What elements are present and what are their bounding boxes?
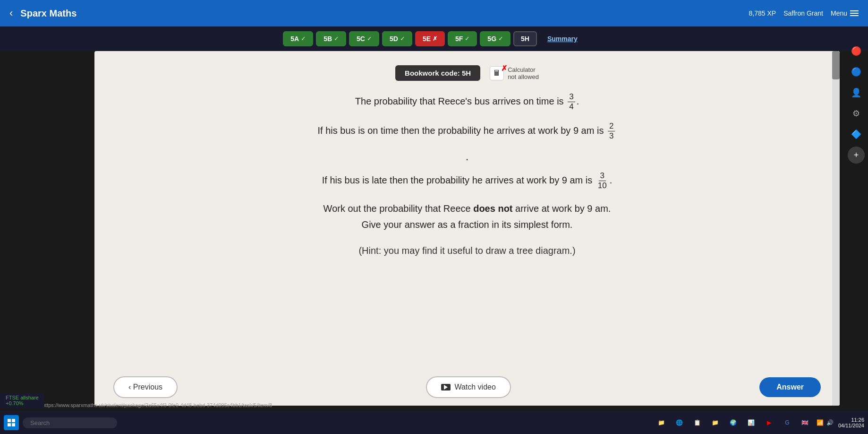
taskbar-app-1[interactable]: 📁 [655,416,668,429]
sidebar-icon-1[interactable]: 🔴 [848,43,865,60]
top-bar: ‹ Sparx Maths 8,785 XP Saffron Grant Men… [0,0,868,26]
previous-button[interactable]: ‹ Previous [113,376,178,398]
taskbar-app-9[interactable]: 🇬🇧 [799,416,812,429]
taskbar-app-5[interactable]: 🌍 [727,416,740,429]
sidebar-icon-3[interactable]: 👤 [848,84,865,101]
problem-line-2: If his bus is on time then the probabili… [123,122,811,141]
taskbar-app-7[interactable]: ▶ [763,416,776,429]
problem-line-3: If his bus is late then the probability … [123,171,811,191]
taskbar-clock: 11:26 04/11/2024 [838,417,864,428]
problem-hint: (Hint: you may find it useful to draw a … [123,242,811,259]
calculator-info: 🖩 ✗ Calculator not allowed [490,66,539,80]
volume-icon: 🔊 [826,419,834,426]
tab-5C-check: ✓ [367,35,372,42]
tab-summary[interactable]: Summary [540,31,585,46]
tab-5B-check: ✓ [334,35,339,42]
problem-line-1: The probability that Reece's bus arrives… [123,92,811,112]
tab-5D-label: 5D [390,35,398,43]
taskbar-time-value: 11:26 [838,417,864,423]
calculator-x-icon: ✗ [501,64,507,73]
watch-video-button[interactable]: Watch video [426,376,511,398]
tab-5D-check: ✓ [400,35,405,42]
taskbar-app-2[interactable]: 🌐 [673,416,686,429]
tab-5F-check: ✓ [465,35,469,42]
user-name: Saffron Grant [783,9,823,17]
scroll-track[interactable] [832,51,840,406]
fraction-2-3: 2 3 [608,122,615,141]
wifi-icon: 📶 [817,419,824,426]
taskbar-app-3[interactable]: 📋 [691,416,704,429]
ftse-label: FTSE allshare [6,395,39,400]
calculator-not-allowed-label: Calculator not allowed [508,66,539,80]
tabs-row: 5A ✓ 5B ✓ 5C ✓ 5D ✓ 5E ✗ 5F ✓ 5G ✓ 5H Su… [0,26,868,51]
scroll-thumb[interactable] [832,51,840,79]
menu-button[interactable]: Menu [831,9,859,17]
sidebar-icon-2[interactable]: 🔵 [848,63,865,80]
taskbar: 📁 🌐 📋 📁 🌍 📊 ▶ G 🇬🇧 📶 🔊 11:26 04/11/2024 [0,411,868,434]
sidebar-icon-5[interactable]: 🔷 [848,126,865,143]
buttons-row: ‹ Previous Watch video Answer [94,370,840,406]
calculator-icon: 🖩 ✗ [490,66,504,80]
top-right-area: 8,785 XP Saffron Grant Menu [749,9,859,17]
ftse-widget: FTSE allshare +0.70% [0,393,44,408]
hamburger-icon [850,10,859,16]
tab-5E-check: ✗ [433,35,437,42]
tab-5G-check: ✓ [498,35,503,42]
taskbar-app-8[interactable]: G [781,416,794,429]
tab-5A-check: ✓ [301,35,306,42]
tab-5H[interactable]: 5H [513,31,537,46]
taskbar-search-input[interactable] [23,417,117,428]
menu-label: Menu [831,9,847,17]
tab-5D[interactable]: 5D ✓ [382,31,412,46]
main-content-area: Bookwork code: 5H 🖩 ✗ Calculator not all… [94,51,840,406]
tab-5A-label: 5A [290,35,299,43]
sidebar-icon-4[interactable]: ⚙ [848,105,865,122]
tab-5H-label: 5H [521,35,529,43]
tab-5B[interactable]: 5B ✓ [316,31,346,46]
tab-5C-label: 5C [357,35,365,43]
tab-summary-label: Summary [547,35,578,43]
start-button[interactable] [4,415,19,430]
taskbar-app-4[interactable]: 📁 [709,416,722,429]
does-not-text: does not [473,203,512,214]
tab-5C[interactable]: 5C ✓ [349,31,379,46]
tab-5A[interactable]: 5A ✓ [283,31,313,46]
fraction-3-4: 3 4 [568,92,575,112]
tab-5E[interactable]: 5E ✗ [415,31,445,46]
app-title: Sparx Maths [20,8,77,19]
plus-button[interactable]: + [848,147,865,164]
fraction-3-10: 3 10 [596,171,608,191]
taskbar-icons: 📁 🌐 📋 📁 🌍 📊 ▶ G 🇬🇧 📶 🔊 11:26 04/11/2024 [655,416,864,429]
ftse-value: +0.70% [6,400,39,406]
tab-5E-label: 5E [423,35,431,43]
answer-button[interactable]: Answer [759,377,821,397]
url-bar: https://www.sparxmaths.uk/student/packag… [43,402,272,408]
back-button[interactable]: ‹ [9,7,13,19]
bookwork-bar: Bookwork code: 5H 🖩 ✗ Calculator not all… [123,65,811,81]
windows-logo-icon [8,419,15,426]
dot-separator: . [123,146,811,166]
bookwork-badge: Bookwork code: 5H [395,65,480,81]
tab-5B-label: 5B [323,35,332,43]
watch-video-label: Watch video [454,383,495,391]
problem-line-4: Work out the probability that Reece does… [123,200,811,233]
status-icons: 📶 🔊 [817,419,834,426]
tab-5F-label: 5F [455,35,463,43]
tab-5F[interactable]: 5F ✓ [448,31,477,46]
taskbar-date-value: 04/11/2024 [838,423,864,428]
right-sidebar: 🔴 🔵 👤 ⚙ 🔷 + [844,38,868,168]
problem-text: The probability that Reece's bus arrives… [123,92,811,259]
play-icon [441,384,451,391]
taskbar-app-6[interactable]: 📊 [745,416,758,429]
content-wrapper: Bookwork code: 5H 🖩 ✗ Calculator not all… [94,51,840,370]
tab-5G[interactable]: 5G ✓ [480,31,511,46]
xp-display: 8,785 XP [749,9,776,17]
tab-5G-label: 5G [487,35,496,43]
